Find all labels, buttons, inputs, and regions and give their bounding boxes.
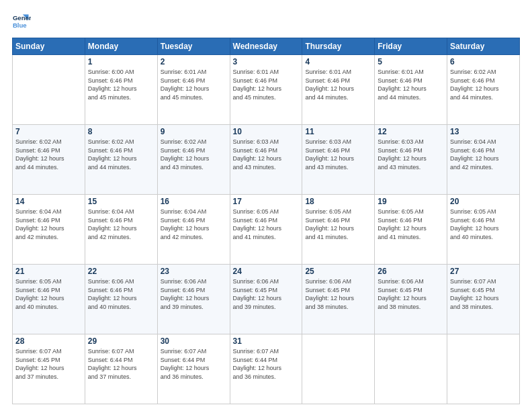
day-number: 24 [233, 267, 300, 276]
day-info: Sunrise: 6:07 AM Sunset: 6:45 PM Dayligh… [15, 347, 82, 381]
week-row-2: 7Sunrise: 6:02 AM Sunset: 6:46 PM Daylig… [13, 125, 520, 195]
day-info: Sunrise: 6:01 AM Sunset: 6:46 PM Dayligh… [305, 68, 371, 101]
calendar-cell: 4Sunrise: 6:01 AM Sunset: 6:46 PM Daylig… [302, 55, 375, 125]
calendar-cell [375, 334, 447, 404]
day-info: Sunrise: 6:02 AM Sunset: 6:46 PM Dayligh… [15, 138, 82, 171]
day-number: 3 [233, 57, 300, 66]
calendar-cell: 30Sunrise: 6:07 AM Sunset: 6:44 PM Dayli… [157, 334, 230, 404]
day-number: 9 [161, 127, 227, 136]
day-info: Sunrise: 6:05 AM Sunset: 6:46 PM Dayligh… [15, 277, 82, 311]
day-info: Sunrise: 6:06 AM Sunset: 6:45 PM Dayligh… [305, 277, 371, 311]
day-info: Sunrise: 6:04 AM Sunset: 6:46 PM Dayligh… [161, 208, 227, 241]
day-number: 17 [233, 197, 300, 206]
day-info: Sunrise: 6:00 AM Sunset: 6:46 PM Dayligh… [88, 68, 154, 101]
day-info: Sunrise: 6:07 AM Sunset: 6:45 PM Dayligh… [450, 277, 517, 311]
calendar-cell: 8Sunrise: 6:02 AM Sunset: 6:46 PM Daylig… [85, 125, 157, 195]
calendar-cell: 7Sunrise: 6:02 AM Sunset: 6:46 PM Daylig… [13, 125, 85, 195]
calendar-cell: 22Sunrise: 6:06 AM Sunset: 6:46 PM Dayli… [85, 265, 157, 334]
day-info: Sunrise: 6:02 AM Sunset: 6:46 PM Dayligh… [88, 138, 154, 171]
calendar-cell: 25Sunrise: 6:06 AM Sunset: 6:45 PM Dayli… [302, 265, 375, 334]
header-row: SundayMondayTuesdayWednesdayThursdayFrid… [13, 38, 520, 55]
header: General Blue [12, 12, 520, 31]
day-number: 8 [88, 127, 154, 136]
day-number: 29 [88, 336, 154, 346]
calendar-cell: 6Sunrise: 6:02 AM Sunset: 6:46 PM Daylig… [447, 55, 520, 125]
calendar-cell: 19Sunrise: 6:05 AM Sunset: 6:46 PM Dayli… [375, 195, 447, 265]
day-header-wednesday: Wednesday [230, 38, 302, 55]
day-number: 20 [450, 197, 517, 206]
day-info: Sunrise: 6:06 AM Sunset: 6:45 PM Dayligh… [378, 277, 444, 311]
day-info: Sunrise: 6:04 AM Sunset: 6:46 PM Dayligh… [15, 208, 82, 241]
day-info: Sunrise: 6:06 AM Sunset: 6:45 PM Dayligh… [233, 277, 300, 311]
calendar-cell: 2Sunrise: 6:01 AM Sunset: 6:46 PM Daylig… [157, 55, 230, 125]
calendar-cell: 21Sunrise: 6:05 AM Sunset: 6:46 PM Dayli… [13, 265, 85, 334]
day-info: Sunrise: 6:05 AM Sunset: 6:46 PM Dayligh… [378, 208, 444, 241]
day-number: 31 [233, 336, 300, 346]
day-info: Sunrise: 6:01 AM Sunset: 6:46 PM Dayligh… [378, 68, 444, 101]
calendar-cell: 18Sunrise: 6:05 AM Sunset: 6:46 PM Dayli… [302, 195, 375, 265]
calendar-cell: 15Sunrise: 6:04 AM Sunset: 6:46 PM Dayli… [85, 195, 157, 265]
day-number: 11 [305, 127, 371, 136]
logo-icon: General Blue [12, 12, 31, 31]
day-number: 6 [450, 57, 517, 66]
calendar-cell: 10Sunrise: 6:03 AM Sunset: 6:46 PM Dayli… [230, 125, 302, 195]
day-number: 23 [161, 267, 227, 276]
calendar-cell: 3Sunrise: 6:01 AM Sunset: 6:46 PM Daylig… [230, 55, 302, 125]
logo: General Blue [12, 12, 31, 31]
calendar-cell: 17Sunrise: 6:05 AM Sunset: 6:46 PM Dayli… [230, 195, 302, 265]
day-header-saturday: Saturday [447, 38, 520, 55]
day-number: 7 [15, 127, 82, 136]
day-number: 22 [88, 267, 154, 276]
svg-text:General: General [13, 14, 31, 21]
day-number: 21 [15, 267, 82, 276]
day-info: Sunrise: 6:06 AM Sunset: 6:46 PM Dayligh… [161, 277, 227, 311]
day-number: 19 [378, 197, 444, 206]
day-number: 16 [161, 197, 227, 206]
day-info: Sunrise: 6:04 AM Sunset: 6:46 PM Dayligh… [450, 138, 517, 171]
day-info: Sunrise: 6:07 AM Sunset: 6:44 PM Dayligh… [88, 347, 154, 381]
calendar-cell: 5Sunrise: 6:01 AM Sunset: 6:46 PM Daylig… [375, 55, 447, 125]
day-info: Sunrise: 6:03 AM Sunset: 6:46 PM Dayligh… [233, 138, 300, 171]
calendar-cell: 20Sunrise: 6:05 AM Sunset: 6:46 PM Dayli… [447, 195, 520, 265]
day-number: 18 [305, 197, 371, 206]
calendar-cell: 28Sunrise: 6:07 AM Sunset: 6:45 PM Dayli… [13, 334, 85, 404]
calendar-cell: 29Sunrise: 6:07 AM Sunset: 6:44 PM Dayli… [85, 334, 157, 404]
day-info: Sunrise: 6:05 AM Sunset: 6:46 PM Dayligh… [305, 208, 371, 241]
calendar-cell: 24Sunrise: 6:06 AM Sunset: 6:45 PM Dayli… [230, 265, 302, 334]
calendar-cell [13, 55, 85, 125]
day-info: Sunrise: 6:05 AM Sunset: 6:46 PM Dayligh… [233, 208, 300, 241]
calendar-cell: 12Sunrise: 6:03 AM Sunset: 6:46 PM Dayli… [375, 125, 447, 195]
calendar-cell [302, 334, 375, 404]
week-row-4: 21Sunrise: 6:05 AM Sunset: 6:46 PM Dayli… [13, 265, 520, 334]
day-info: Sunrise: 6:03 AM Sunset: 6:46 PM Dayligh… [378, 138, 444, 171]
day-header-sunday: Sunday [13, 38, 85, 55]
day-header-monday: Monday [85, 38, 157, 55]
day-number: 30 [161, 336, 227, 346]
day-number: 13 [450, 127, 517, 136]
day-info: Sunrise: 6:06 AM Sunset: 6:46 PM Dayligh… [88, 277, 154, 311]
day-number: 27 [450, 267, 517, 276]
calendar-cell: 31Sunrise: 6:07 AM Sunset: 6:44 PM Dayli… [230, 334, 302, 404]
day-number: 1 [88, 57, 154, 66]
calendar-cell: 13Sunrise: 6:04 AM Sunset: 6:46 PM Dayli… [447, 125, 520, 195]
week-row-3: 14Sunrise: 6:04 AM Sunset: 6:46 PM Dayli… [13, 195, 520, 265]
day-info: Sunrise: 6:07 AM Sunset: 6:44 PM Dayligh… [233, 347, 300, 381]
day-number: 15 [88, 197, 154, 206]
day-header-tuesday: Tuesday [157, 38, 230, 55]
week-row-5: 28Sunrise: 6:07 AM Sunset: 6:45 PM Dayli… [13, 334, 520, 404]
calendar-cell: 27Sunrise: 6:07 AM Sunset: 6:45 PM Dayli… [447, 265, 520, 334]
page: General Blue SundayMondayTuesdayWednesda… [0, 0, 532, 411]
day-info: Sunrise: 6:03 AM Sunset: 6:46 PM Dayligh… [305, 138, 371, 171]
day-number: 14 [15, 197, 82, 206]
day-number: 10 [233, 127, 300, 136]
calendar-table: SundayMondayTuesdayWednesdayThursdayFrid… [12, 38, 520, 404]
svg-text:Blue: Blue [13, 21, 27, 29]
day-info: Sunrise: 6:02 AM Sunset: 6:46 PM Dayligh… [161, 138, 227, 171]
day-info: Sunrise: 6:04 AM Sunset: 6:46 PM Dayligh… [88, 208, 154, 241]
calendar-cell [447, 334, 520, 404]
day-number: 5 [378, 57, 444, 66]
calendar-cell: 14Sunrise: 6:04 AM Sunset: 6:46 PM Dayli… [13, 195, 85, 265]
week-row-1: 1Sunrise: 6:00 AM Sunset: 6:46 PM Daylig… [13, 55, 520, 125]
day-info: Sunrise: 6:05 AM Sunset: 6:46 PM Dayligh… [450, 208, 517, 241]
calendar-cell: 26Sunrise: 6:06 AM Sunset: 6:45 PM Dayli… [375, 265, 447, 334]
